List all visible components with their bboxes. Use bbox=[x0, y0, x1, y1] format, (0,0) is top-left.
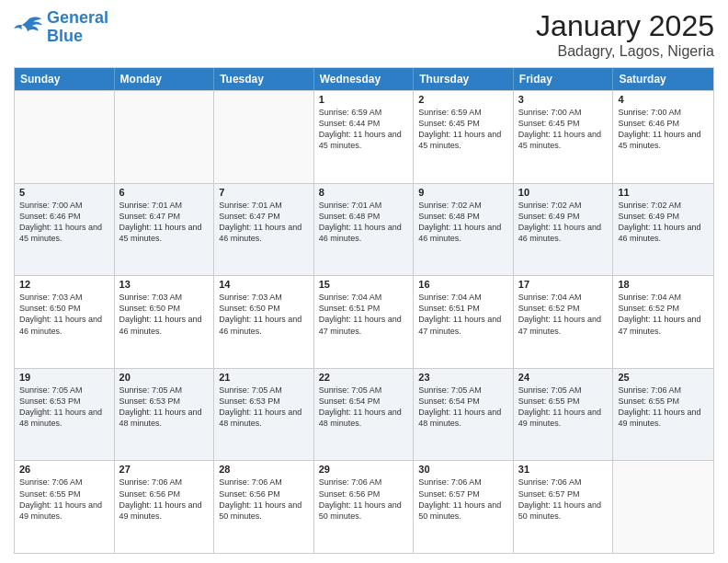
cell-info: Sunrise: 7:06 AM Sunset: 6:55 PM Dayligh… bbox=[618, 385, 709, 430]
day-number: 22 bbox=[319, 372, 409, 383]
cell-info: Sunrise: 7:00 AM Sunset: 6:45 PM Dayligh… bbox=[518, 107, 609, 152]
day-number: 7 bbox=[219, 187, 309, 198]
day-number: 8 bbox=[319, 187, 409, 198]
cell-info: Sunrise: 7:06 AM Sunset: 6:56 PM Dayligh… bbox=[319, 477, 409, 522]
day-number: 21 bbox=[219, 372, 309, 383]
logo-line2: Blue bbox=[47, 27, 83, 45]
day-number: 3 bbox=[518, 94, 609, 105]
day-number: 13 bbox=[119, 279, 210, 290]
cal-cell-day-26: 26Sunrise: 7:06 AM Sunset: 6:55 PM Dayli… bbox=[15, 461, 115, 553]
logo-text: General Blue bbox=[47, 9, 108, 46]
location-title: Badagry, Lagos, Nigeria bbox=[536, 43, 714, 60]
cal-cell-day-9: 9Sunrise: 7:02 AM Sunset: 6:48 PM Daylig… bbox=[414, 184, 514, 276]
cal-cell-day-8: 8Sunrise: 7:01 AM Sunset: 6:48 PM Daylig… bbox=[314, 184, 415, 276]
day-number: 26 bbox=[19, 464, 109, 475]
cell-info: Sunrise: 7:06 AM Sunset: 6:57 PM Dayligh… bbox=[418, 477, 508, 522]
logo-bird-icon bbox=[14, 15, 43, 40]
cal-cell-day-28: 28Sunrise: 7:06 AM Sunset: 6:56 PM Dayli… bbox=[214, 461, 314, 553]
cell-info: Sunrise: 7:03 AM Sunset: 6:50 PM Dayligh… bbox=[19, 292, 109, 337]
cal-cell-day-6: 6Sunrise: 7:01 AM Sunset: 6:47 PM Daylig… bbox=[115, 184, 215, 276]
col-wednesday: Wednesday bbox=[314, 68, 415, 90]
cell-info: Sunrise: 7:06 AM Sunset: 6:55 PM Dayligh… bbox=[19, 477, 109, 522]
page: General Blue January 2025 Badagry, Lagos… bbox=[0, 0, 728, 563]
cal-cell-day-17: 17Sunrise: 7:04 AM Sunset: 6:52 PM Dayli… bbox=[514, 276, 614, 368]
cell-info: Sunrise: 7:01 AM Sunset: 6:47 PM Dayligh… bbox=[219, 200, 309, 245]
day-number: 16 bbox=[418, 279, 508, 290]
day-number: 15 bbox=[319, 279, 409, 290]
cal-cell-day-18: 18Sunrise: 7:04 AM Sunset: 6:52 PM Dayli… bbox=[613, 276, 713, 368]
calendar-week-4: 19Sunrise: 7:05 AM Sunset: 6:53 PM Dayli… bbox=[15, 368, 713, 461]
cell-info: Sunrise: 7:01 AM Sunset: 6:47 PM Dayligh… bbox=[119, 200, 210, 245]
day-number: 9 bbox=[418, 187, 508, 198]
cal-cell-day-13: 13Sunrise: 7:03 AM Sunset: 6:50 PM Dayli… bbox=[115, 276, 215, 368]
cell-info: Sunrise: 7:05 AM Sunset: 6:54 PM Dayligh… bbox=[319, 385, 409, 430]
cell-info: Sunrise: 7:04 AM Sunset: 6:51 PM Dayligh… bbox=[319, 292, 409, 337]
cal-cell-day-22: 22Sunrise: 7:05 AM Sunset: 6:54 PM Dayli… bbox=[314, 369, 415, 461]
cal-cell-day-14: 14Sunrise: 7:03 AM Sunset: 6:50 PM Dayli… bbox=[214, 276, 314, 368]
day-number: 10 bbox=[518, 187, 609, 198]
day-number: 24 bbox=[518, 372, 609, 383]
cell-info: Sunrise: 7:06 AM Sunset: 6:57 PM Dayligh… bbox=[518, 477, 609, 522]
cal-cell-day-30: 30Sunrise: 7:06 AM Sunset: 6:57 PM Dayli… bbox=[414, 461, 514, 553]
day-number: 1 bbox=[319, 94, 409, 105]
logo: General Blue bbox=[14, 9, 108, 46]
cal-cell-day-24: 24Sunrise: 7:05 AM Sunset: 6:55 PM Dayli… bbox=[514, 369, 614, 461]
day-number: 20 bbox=[119, 372, 210, 383]
cal-cell-day-7: 7Sunrise: 7:01 AM Sunset: 6:47 PM Daylig… bbox=[214, 184, 314, 276]
day-number: 11 bbox=[618, 187, 709, 198]
cell-info: Sunrise: 7:03 AM Sunset: 6:50 PM Dayligh… bbox=[219, 292, 309, 337]
cal-cell-day-21: 21Sunrise: 7:05 AM Sunset: 6:53 PM Dayli… bbox=[214, 369, 314, 461]
cell-info: Sunrise: 7:05 AM Sunset: 6:53 PM Dayligh… bbox=[19, 385, 109, 430]
cell-info: Sunrise: 7:05 AM Sunset: 6:55 PM Dayligh… bbox=[518, 385, 609, 430]
cal-cell-day-19: 19Sunrise: 7:05 AM Sunset: 6:53 PM Dayli… bbox=[15, 369, 115, 461]
day-number: 6 bbox=[119, 187, 210, 198]
cal-cell-day-23: 23Sunrise: 7:05 AM Sunset: 6:54 PM Dayli… bbox=[414, 369, 514, 461]
cal-cell-day-12: 12Sunrise: 7:03 AM Sunset: 6:50 PM Dayli… bbox=[15, 276, 115, 368]
cell-info: Sunrise: 7:00 AM Sunset: 6:46 PM Dayligh… bbox=[618, 107, 709, 152]
day-number: 25 bbox=[618, 372, 709, 383]
cell-info: Sunrise: 7:04 AM Sunset: 6:52 PM Dayligh… bbox=[518, 292, 609, 337]
cal-cell-day-31: 31Sunrise: 7:06 AM Sunset: 6:57 PM Dayli… bbox=[514, 461, 614, 553]
cal-cell-day-5: 5Sunrise: 7:00 AM Sunset: 6:46 PM Daylig… bbox=[15, 184, 115, 276]
cal-cell-day-10: 10Sunrise: 7:02 AM Sunset: 6:49 PM Dayli… bbox=[514, 184, 614, 276]
col-friday: Friday bbox=[514, 68, 614, 90]
day-number: 29 bbox=[319, 464, 409, 475]
cell-info: Sunrise: 6:59 AM Sunset: 6:44 PM Dayligh… bbox=[319, 107, 409, 152]
col-saturday: Saturday bbox=[613, 68, 713, 90]
cell-info: Sunrise: 7:05 AM Sunset: 6:53 PM Dayligh… bbox=[119, 385, 210, 430]
cal-cell-day-29: 29Sunrise: 7:06 AM Sunset: 6:56 PM Dayli… bbox=[314, 461, 415, 553]
day-number: 12 bbox=[19, 279, 109, 290]
header: General Blue January 2025 Badagry, Lagos… bbox=[14, 9, 714, 60]
calendar-week-5: 26Sunrise: 7:06 AM Sunset: 6:55 PM Dayli… bbox=[15, 460, 713, 553]
day-number: 17 bbox=[518, 279, 609, 290]
day-number: 27 bbox=[119, 464, 210, 475]
calendar: Sunday Monday Tuesday Wednesday Thursday… bbox=[14, 67, 714, 554]
logo-line1: General bbox=[47, 8, 108, 27]
cell-info: Sunrise: 7:02 AM Sunset: 6:48 PM Dayligh… bbox=[418, 200, 508, 245]
cal-cell-day-15: 15Sunrise: 7:04 AM Sunset: 6:51 PM Dayli… bbox=[314, 276, 415, 368]
cal-cell-empty bbox=[214, 91, 314, 183]
cal-cell-day-2: 2Sunrise: 6:59 AM Sunset: 6:45 PM Daylig… bbox=[414, 91, 514, 183]
title-block: January 2025 Badagry, Lagos, Nigeria bbox=[536, 9, 714, 60]
col-sunday: Sunday bbox=[15, 68, 115, 90]
day-number: 30 bbox=[418, 464, 508, 475]
cell-info: Sunrise: 7:05 AM Sunset: 6:53 PM Dayligh… bbox=[219, 385, 309, 430]
cell-info: Sunrise: 7:04 AM Sunset: 6:52 PM Dayligh… bbox=[618, 292, 709, 337]
cal-cell-empty bbox=[115, 91, 215, 183]
cal-cell-day-4: 4Sunrise: 7:00 AM Sunset: 6:46 PM Daylig… bbox=[613, 91, 713, 183]
day-number: 28 bbox=[219, 464, 309, 475]
cal-cell-day-27: 27Sunrise: 7:06 AM Sunset: 6:56 PM Dayli… bbox=[115, 461, 215, 553]
calendar-header: Sunday Monday Tuesday Wednesday Thursday… bbox=[15, 68, 713, 90]
day-number: 19 bbox=[19, 372, 109, 383]
day-number: 23 bbox=[418, 372, 508, 383]
col-monday: Monday bbox=[115, 68, 215, 90]
cal-cell-empty bbox=[613, 461, 713, 553]
cell-info: Sunrise: 7:02 AM Sunset: 6:49 PM Dayligh… bbox=[618, 200, 709, 245]
day-number: 4 bbox=[618, 94, 709, 105]
cal-cell-day-11: 11Sunrise: 7:02 AM Sunset: 6:49 PM Dayli… bbox=[613, 184, 713, 276]
cal-cell-day-3: 3Sunrise: 7:00 AM Sunset: 6:45 PM Daylig… bbox=[514, 91, 614, 183]
cell-info: Sunrise: 7:06 AM Sunset: 6:56 PM Dayligh… bbox=[119, 477, 210, 522]
cal-cell-day-20: 20Sunrise: 7:05 AM Sunset: 6:53 PM Dayli… bbox=[115, 369, 215, 461]
cell-info: Sunrise: 6:59 AM Sunset: 6:45 PM Dayligh… bbox=[418, 107, 508, 152]
calendar-week-3: 12Sunrise: 7:03 AM Sunset: 6:50 PM Dayli… bbox=[15, 275, 713, 368]
